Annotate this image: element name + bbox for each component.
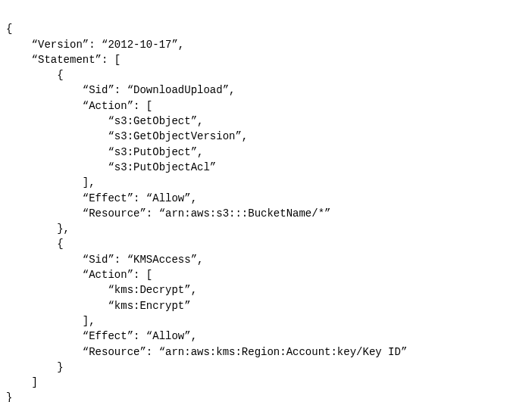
policy-json-text: { “Version”: “2012-10-17”, “Statement”: … <box>6 23 407 402</box>
